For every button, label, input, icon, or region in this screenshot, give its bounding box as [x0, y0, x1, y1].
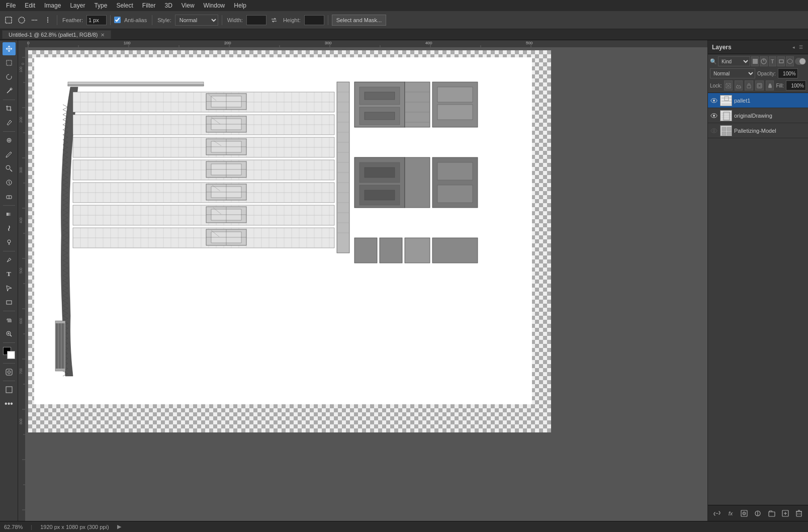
filter-smart-btn[interactable] — [786, 56, 793, 66]
canvas-area[interactable]: 0 100 200 300 400 500 — [18, 40, 707, 521]
layer-thumb-originaldrawing — [720, 110, 732, 121]
layers-list: pallet1 originalDrawing — [708, 93, 808, 505]
marquee-tool-btn[interactable] — [3, 56, 16, 69]
crop-tool-btn[interactable] — [3, 102, 16, 115]
menu-select[interactable]: Select — [112, 1, 137, 10]
layer-thumb-palletizing-model — [720, 125, 732, 136]
bg-color-swatch[interactable] — [7, 351, 15, 359]
zoom-tool-btn[interactable] — [3, 327, 16, 340]
svg-text:800: 800 — [19, 418, 23, 424]
pen-tool-btn[interactable] — [3, 253, 16, 267]
filter-toggle[interactable] — [795, 58, 806, 65]
color-swatch[interactable] — [3, 347, 15, 359]
quick-mask-btn[interactable] — [3, 366, 16, 379]
svg-rect-399 — [380, 238, 402, 263]
layer-eye-palletizing-model[interactable] — [710, 127, 718, 135]
ellipse-select-icon[interactable] — [16, 15, 27, 26]
antiAlias-checkbox[interactable] — [114, 17, 121, 23]
svg-rect-412 — [779, 60, 783, 63]
menu-3d[interactable]: 3D — [160, 1, 176, 10]
lock-image-btn[interactable] — [735, 80, 743, 91]
history-tool-btn[interactable] — [3, 176, 16, 189]
filter-pixel-btn[interactable] — [751, 56, 759, 66]
menu-type[interactable]: Type — [90, 1, 111, 10]
path-select-tool-btn[interactable] — [3, 282, 16, 295]
lock-position-btn[interactable] — [745, 80, 753, 91]
lock-all-btn[interactable] — [766, 80, 774, 91]
delete-layer-btn[interactable] — [794, 508, 804, 518]
svg-text:200: 200 — [19, 117, 23, 123]
screen-mode-btn[interactable] — [3, 383, 16, 396]
more-tools-btn[interactable]: ••• — [3, 397, 16, 410]
layers-panel-collapse-btn[interactable]: ◂ — [791, 44, 796, 51]
filter-adjust-btn[interactable] — [760, 56, 767, 66]
tool-sep-6 — [3, 342, 15, 343]
healing-tool-btn[interactable] — [3, 134, 16, 147]
single-col-icon[interactable] — [42, 15, 53, 26]
type-tool-btn[interactable]: T — [3, 268, 16, 281]
menu-edit[interactable]: Edit — [21, 1, 39, 10]
feather-input[interactable] — [86, 15, 107, 25]
svg-rect-360 — [337, 82, 349, 253]
ruler-vertical: 0 100 200 300 400 500 600 700 800 — [18, 47, 25, 521]
style-select[interactable]: Normal Fixed Ratio Fixed Size — [175, 15, 218, 26]
clone-tool-btn[interactable] — [3, 162, 16, 175]
add-layer-btn[interactable] — [780, 508, 790, 518]
lock-artboard-btn[interactable] — [755, 80, 764, 91]
doc-tab-active[interactable]: Untitled-1 @ 62.8% (pallet1, RGB/8) ✕ — [2, 30, 111, 39]
magic-wand-tool-btn[interactable] — [3, 84, 16, 98]
add-mask-btn[interactable] — [739, 508, 749, 518]
layer-eye-pallet1[interactable] — [710, 97, 718, 105]
svg-rect-4 — [7, 60, 12, 65]
menu-filter[interactable]: Filter — [138, 1, 160, 10]
add-fx-btn[interactable]: fx — [726, 508, 736, 518]
menu-view[interactable]: View — [177, 1, 199, 10]
rect-select-icon[interactable] — [3, 15, 14, 26]
layer-eye-originaldrawing[interactable] — [710, 112, 718, 120]
add-group-btn[interactable] — [767, 508, 777, 518]
layers-kind-filter[interactable]: Kind Name Effect Mode Attribute Color — [718, 56, 750, 66]
layers-bottom-toolbar: fx — [708, 505, 808, 521]
opacity-input[interactable] — [778, 68, 798, 78]
zoom-level: 62.78% — [4, 524, 23, 530]
swap-icon[interactable] — [268, 15, 280, 26]
eyedropper-tool-btn[interactable] — [3, 116, 16, 129]
width-input[interactable] — [246, 15, 266, 25]
blend-mode-select[interactable]: Normal Dissolve Multiply Screen Overlay — [710, 68, 755, 78]
layer-item-palletizing-model[interactable]: Palletizing-Model — [708, 123, 808, 138]
menu-help[interactable]: Help — [230, 1, 250, 10]
add-adjustment-btn[interactable] — [753, 508, 763, 518]
svg-point-428 — [713, 130, 715, 132]
menu-window[interactable]: Window — [200, 1, 229, 10]
menu-layer[interactable]: Layer — [66, 1, 89, 10]
select-mask-button[interactable]: Select and Mask... — [332, 15, 387, 26]
lock-transparent-btn[interactable] — [724, 80, 733, 91]
hand-tool-btn[interactable] — [3, 313, 16, 326]
single-row-icon[interactable] — [29, 15, 40, 26]
filter-type-btn[interactable]: T — [769, 56, 776, 66]
shape-tool-btn[interactable] — [3, 296, 16, 309]
menu-image[interactable]: Image — [40, 1, 65, 10]
svg-rect-397 — [437, 185, 473, 203]
layer-name-pallet1: pallet1 — [734, 98, 806, 104]
filter-shape-btn[interactable] — [777, 56, 785, 66]
move-tool-btn[interactable] — [3, 42, 16, 55]
menu-file[interactable]: File — [2, 1, 20, 10]
doc-tab-close[interactable]: ✕ — [101, 32, 105, 38]
layers-panel-menu-btn[interactable]: ☰ — [798, 44, 804, 51]
lasso-tool-btn[interactable] — [3, 70, 16, 83]
brush-tool-btn[interactable] — [3, 148, 16, 161]
svg-rect-14 — [7, 213, 12, 216]
fill-input[interactable] — [786, 80, 806, 91]
status-arrow[interactable]: ▶ — [117, 523, 121, 530]
height-input[interactable] — [304, 15, 324, 25]
blur-tool-btn[interactable] — [3, 222, 16, 235]
eraser-tool-btn[interactable] — [3, 190, 16, 203]
svg-point-23 — [8, 371, 11, 374]
dodge-tool-btn[interactable] — [3, 236, 16, 249]
add-link-btn[interactable] — [712, 508, 722, 518]
layer-item-pallet1[interactable]: pallet1 — [708, 93, 808, 108]
layer-item-originaldrawing[interactable]: originalDrawing — [708, 108, 808, 123]
layers-panel: Layers ◂ ☰ 🔍 Kind Name Effect Mode Attri… — [708, 40, 808, 521]
gradient-tool-btn[interactable] — [3, 208, 16, 221]
